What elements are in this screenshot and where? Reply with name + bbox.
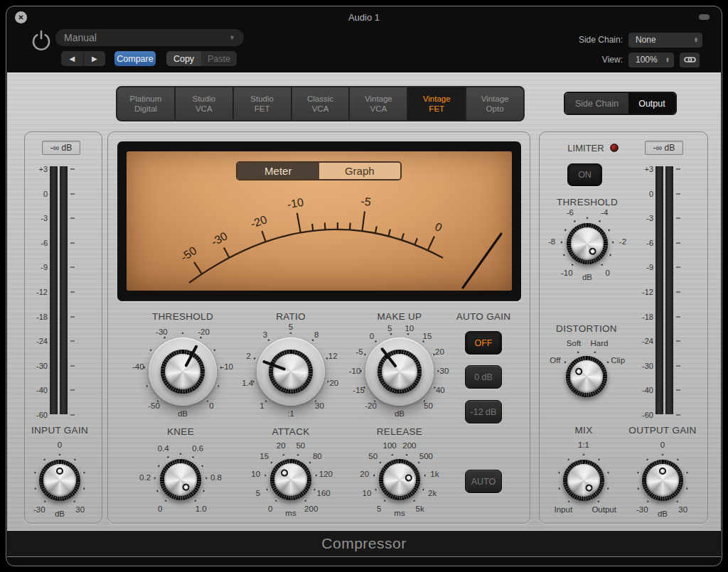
preset-value: Manual xyxy=(64,32,97,43)
svg-text:-10: -10 xyxy=(287,196,305,211)
view-zoom-value: 100% xyxy=(636,55,658,65)
power-button[interactable] xyxy=(31,29,52,52)
mix-label: MIX xyxy=(541,425,626,436)
model-tab-studio-fet[interactable]: StudioFET xyxy=(234,87,292,120)
limiter-led xyxy=(610,144,619,152)
threshold-label: THRESHOLD xyxy=(133,311,232,322)
limiter-on-button[interactable]: ON xyxy=(567,163,602,186)
link-button[interactable] xyxy=(680,53,700,68)
copy-button[interactable]: Copy xyxy=(166,51,201,66)
svg-text:-5: -5 xyxy=(360,195,372,208)
toggle-output[interactable]: Output xyxy=(628,93,675,114)
input-gain-label: INPUT GAIN xyxy=(17,425,102,436)
caret-down-icon: ▼ xyxy=(229,34,235,41)
svg-text:-20: -20 xyxy=(249,213,269,230)
limiter-threshold-label: THRESHOLD xyxy=(545,197,630,207)
knee-label: KNEE xyxy=(131,426,230,437)
side-chain-label: Side Chain: xyxy=(579,35,623,45)
model-selector: PlatinumDigitalStudioVCAStudioFETClassic… xyxy=(116,86,525,122)
plugin-body: PlatinumDigitalStudioVCAStudioFETClassic… xyxy=(7,72,721,530)
stepper-icon: ▲▼ xyxy=(690,37,698,43)
auto-gain-0db-button[interactable]: 0 dB xyxy=(465,365,502,389)
vu-tab-meter[interactable]: Meter xyxy=(237,163,319,179)
previous-preset-button[interactable]: ◀ xyxy=(61,51,84,66)
output-level-meter: +30-3-6-9-12-18-24-30-40-60 xyxy=(632,164,687,416)
auto-release-button[interactable]: AUTO xyxy=(465,470,502,493)
model-tab-platinum-digital[interactable]: PlatinumDigital xyxy=(117,87,176,120)
model-tab-vintage-opto[interactable]: VintageOpto xyxy=(466,87,523,120)
vu-tab-graph[interactable]: Graph xyxy=(319,163,401,179)
plugin-footer: Compressor xyxy=(7,530,721,557)
model-tab-studio-vca[interactable]: StudioVCA xyxy=(176,87,234,120)
stepper-icon: ▲▼ xyxy=(661,57,670,63)
distortion-label: DISTORTION xyxy=(544,323,629,334)
side-chain-value: None xyxy=(636,35,656,45)
main-section: -50-30-20-10-50 MeterGraph THRESHOLD RAT… xyxy=(107,131,530,524)
model-tab-classic-vca[interactable]: ClassicVCA xyxy=(292,87,350,120)
svg-text:0: 0 xyxy=(433,220,444,234)
toggle-side-chain[interactable]: Side Chain xyxy=(565,93,628,114)
output-gain-label: OUTPUT GAIN xyxy=(620,425,705,436)
auto-gain-off-button[interactable]: OFF xyxy=(465,331,502,355)
input-level-value: -∞ dB xyxy=(42,141,80,155)
copy-paste-group: Copy Paste xyxy=(166,51,237,66)
compressor-plugin-window: ✕ Audio 1 Manual ▼ ◀ ▶ Compare Copy Past… xyxy=(6,6,722,566)
input-section: -∞ dB +30-3-6-9-12-18-24-30-40-60 INPUT … xyxy=(24,131,102,524)
power-icon xyxy=(31,29,52,52)
release-label: RELEASE xyxy=(350,426,449,437)
auto-gain-label: AUTO GAIN xyxy=(434,311,533,322)
view-label: View: xyxy=(602,55,623,65)
auto-gain-minus12db-button[interactable]: -12 dB xyxy=(465,400,502,423)
limiter-label: LIMITER xyxy=(557,143,614,153)
preset-dropdown[interactable]: Manual ▼ xyxy=(55,29,244,46)
side-chain-select[interactable]: None ▲▼ xyxy=(628,33,702,48)
plugin-name: Compressor xyxy=(321,535,406,552)
model-tab-vintage-vca[interactable]: VintageVCA xyxy=(350,87,408,120)
next-preset-button[interactable]: ▶ xyxy=(84,51,106,66)
vu-display: -50-30-20-10-50 MeterGraph xyxy=(127,151,512,291)
preset-nav: ◀ ▶ xyxy=(61,51,105,66)
ratio-label: RATIO xyxy=(241,311,341,322)
vu-display-frame: -50-30-20-10-50 MeterGraph xyxy=(117,141,521,301)
link-icon xyxy=(684,55,696,64)
sidechain-output-toggle: Side ChainOutput xyxy=(564,92,677,115)
output-level-value: -∞ dB xyxy=(645,141,683,155)
view-zoom-select[interactable]: 100% ▲▼ xyxy=(628,53,674,68)
input-level-meter: +30-3-6-9-12-18-24-30-40-60 xyxy=(26,164,82,416)
svg-text:-30: -30 xyxy=(209,230,229,248)
minimize-handle[interactable] xyxy=(699,14,710,20)
paste-button[interactable]: Paste xyxy=(201,51,237,66)
svg-text:-50: -50 xyxy=(178,244,199,264)
model-tab-vintage-fet[interactable]: VintageFET xyxy=(408,87,466,120)
meter-graph-toggle: MeterGraph xyxy=(236,161,402,180)
compare-button[interactable]: Compare xyxy=(114,51,156,66)
window-title: Audio 1 xyxy=(6,12,722,23)
output-section: LIMITER -∞ dB ON THRESHOLD -10-8-6-4-20d… xyxy=(539,131,708,524)
attack-label: ATTACK xyxy=(241,426,341,437)
